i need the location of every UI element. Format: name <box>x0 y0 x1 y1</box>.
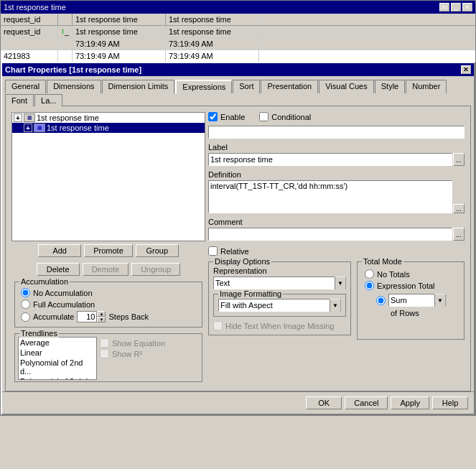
display-options-section: Display Options Representation Text Bar … <box>208 261 351 340</box>
enable-checkbox[interactable] <box>208 112 218 121</box>
display-options-title: Display Options <box>213 257 271 266</box>
trendline-linear[interactable]: Linear <box>19 348 96 358</box>
tab-style[interactable]: Style <box>375 80 405 93</box>
conditional-checkbox[interactable] <box>259 112 269 121</box>
tab-number[interactable]: Number <box>406 80 447 93</box>
tree-item-2[interactable]: + ▦ 1st response time <box>12 123 205 133</box>
delete-button[interactable]: Delete <box>37 263 80 276</box>
tab-font[interactable]: Font <box>5 94 34 106</box>
steps-spinner: ▲ ▼ <box>77 311 106 322</box>
tab-general[interactable]: General <box>5 80 46 93</box>
sum-select[interactable]: Sum Average Max Min <box>388 294 446 307</box>
dialog-bottom-buttons: OK Cancel Apply Help <box>2 391 474 414</box>
image-formatting-box: Image Formatting Fill with Aspect No Str… <box>213 294 346 317</box>
tab-expressions[interactable]: Expressions <box>175 80 232 93</box>
xl-button[interactable]: XI <box>439 3 449 11</box>
data-blank <box>1 38 58 50</box>
dialog-close-button[interactable]: ✕ <box>461 65 471 74</box>
col-header-request-id: request_id <box>1 14 58 25</box>
trendlines-checkboxes: Show Equation Show R² <box>100 337 165 380</box>
comment-input-group: ... <box>208 228 465 241</box>
definition-dotted-button[interactable]: ... <box>453 204 465 213</box>
expressions-content: + ▦ 1st response time + ▦ 1st response t… <box>9 109 467 388</box>
label-input[interactable] <box>208 153 452 166</box>
trendline-poly3[interactable]: Polynomial of 3rd d... <box>19 376 96 380</box>
data-time-val-1: 73:19:49 AM <box>73 38 166 50</box>
image-formatting-label: Image Formatting <box>218 289 283 298</box>
sum-radio[interactable] <box>376 296 386 305</box>
tree-item-1[interactable]: + ▦ 1st response time <box>12 113 205 123</box>
data-blank2 <box>58 38 73 50</box>
left-panel: + ▦ 1st response time + ▦ 1st response t… <box>11 112 205 385</box>
tab-sort[interactable]: Sort <box>233 80 260 93</box>
conditional-input[interactable] <box>208 126 465 139</box>
total-mode-options: No Totals Expression Total <box>362 266 459 320</box>
help-button[interactable]: Help <box>432 396 468 409</box>
no-totals-radio[interactable] <box>365 269 374 279</box>
expr-total-radio[interactable] <box>365 281 374 290</box>
show-equation-checkbox[interactable] <box>100 338 109 348</box>
tab-visual-cues[interactable]: Visual Cues <box>319 80 374 93</box>
accumulation-title: Accumulation <box>19 277 70 286</box>
sum-row: Sum Average Max Min ▼ <box>365 294 457 307</box>
trendlines-content: Average Linear Polynomial of 2nd d... Po… <box>18 337 199 380</box>
accumulation-radio-full[interactable] <box>21 299 30 309</box>
comment-dotted-button[interactable]: ... <box>453 228 465 241</box>
window-title: 1st response time <box>4 3 66 11</box>
accumulation-radio-steps[interactable] <box>21 312 30 322</box>
comment-input[interactable] <box>208 228 452 241</box>
promote-button[interactable]: Promote <box>84 244 133 257</box>
accumulation-full-label: Full Accumulation <box>33 300 95 309</box>
conditional-input-area <box>208 126 465 139</box>
underscore-icon: _ <box>65 27 69 36</box>
data-row-id: 421983 <box>1 50 58 62</box>
col-header-dot <box>58 14 73 25</box>
tab-dimension-limits[interactable]: Dimension Limits <box>102 80 175 93</box>
trendline-poly2[interactable]: Polynomial of 2nd d... <box>19 358 96 376</box>
trendline-average[interactable]: Average <box>19 338 96 348</box>
relative-checkbox[interactable] <box>208 246 218 256</box>
image-select[interactable]: Fill with Aspect No Stretch Always Fully… <box>218 299 341 312</box>
accumulation-radio-none[interactable] <box>21 288 30 297</box>
show-equation-row: Show Equation <box>100 338 165 348</box>
representation-row: Representation Text Bar Image ▼ <box>213 266 346 289</box>
data-time-header-2: 1st response time <box>166 26 259 37</box>
cancel-button[interactable]: Cancel <box>345 396 388 409</box>
relative-row: Relative <box>208 245 465 257</box>
tab-la[interactable]: La... <box>34 94 62 106</box>
trendlines-title: Trendlines <box>19 329 59 338</box>
ok-button[interactable]: OK <box>306 396 342 409</box>
representation-select[interactable]: Text Bar Image <box>213 277 346 289</box>
trendlines-list[interactable]: Average Linear Polynomial of 2nd d... Po… <box>18 337 97 380</box>
tab-dimensions[interactable]: Dimensions <box>47 80 101 93</box>
show-r2-checkbox[interactable] <box>100 349 109 358</box>
expander-1[interactable]: + <box>14 113 22 122</box>
label-field-row: Label ... <box>208 143 465 166</box>
close-window-button[interactable]: ✕ <box>462 3 472 11</box>
titlebar-buttons: XI _ ✕ <box>439 3 472 11</box>
total-mode-section: Total Mode No Totals Expression Total <box>357 261 465 340</box>
spinner-down[interactable]: ▼ <box>97 317 106 322</box>
accumulation-steps-label: Accumulate <box>33 312 74 321</box>
group-button[interactable]: Group <box>136 244 179 257</box>
definition-textarea[interactable]: interval(TT_1ST-TT_CR,'dd hh:mm:ss') <box>208 180 452 213</box>
tab-bar: General Dimensions Dimension Limits Expr… <box>2 76 474 106</box>
tab-presentation[interactable]: Presentation <box>261 80 318 93</box>
green-dot-icon <box>62 29 63 34</box>
ungroup-button[interactable]: Ungroup <box>131 263 180 276</box>
add-button[interactable]: Add <box>38 244 81 257</box>
col-header-1st-1: 1st response time <box>73 14 166 25</box>
spinner-up[interactable]: ▲ <box>97 311 106 317</box>
hide-text-checkbox[interactable] <box>213 321 223 330</box>
steps-value-input[interactable] <box>77 311 97 322</box>
accumulation-section: Accumulation No Accumulation Full Accumu… <box>14 282 202 328</box>
label-dotted-button[interactable]: ... <box>453 153 465 166</box>
demote-button[interactable]: Demote <box>83 263 129 276</box>
expander-2[interactable]: + <box>24 124 32 132</box>
hide-text-row: Hide Text When Image Missing <box>213 321 346 330</box>
conditional-label: Conditional <box>271 113 311 121</box>
apply-button[interactable]: Apply <box>391 396 429 409</box>
expr-total-label: Expression Total <box>377 282 435 290</box>
spinner-buttons: ▲ ▼ <box>97 311 106 322</box>
minimize-button[interactable]: _ <box>451 3 461 11</box>
